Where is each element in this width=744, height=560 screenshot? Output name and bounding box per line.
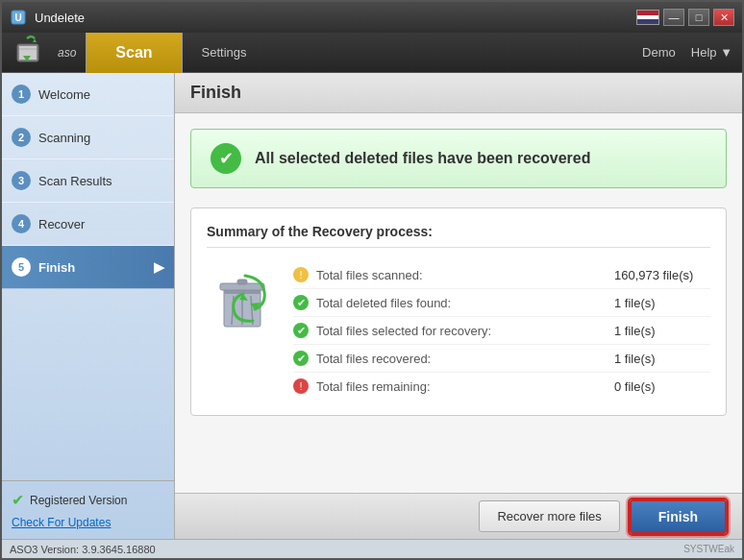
recover-more-button[interactable]: Recover more files <box>479 500 619 532</box>
registered-check-icon: ✔ <box>12 491 24 509</box>
summary-rows: ! Total files scanned: 160,973 file(s) ✔… <box>293 261 710 400</box>
summary-content: ! Total files scanned: 160,973 file(s) ✔… <box>207 261 710 400</box>
flag-icon <box>636 10 659 25</box>
success-banner: ✔ All selected deleted files have been r… <box>190 129 727 188</box>
row-label-0: Total files scanned: <box>316 268 607 282</box>
title-bar-left: U Undelete <box>10 9 85 26</box>
summary-row-3: ✔ Total files recovered: 1 file(s) <box>293 345 710 373</box>
sidebar-item-finish[interactable]: 5 Finish ▶ <box>2 246 174 289</box>
svg-rect-11 <box>237 280 247 284</box>
logo-text: aso <box>58 46 76 60</box>
summary-row-1: ✔ Total deleted files found: 1 file(s) <box>293 289 710 317</box>
maximize-button[interactable]: □ <box>688 9 709 26</box>
panel-header: Finish <box>175 73 742 113</box>
sidebar-item-scan-results[interactable]: 3 Scan Results <box>2 159 174 203</box>
sidebar-label-welcome: Welcome <box>38 87 90 102</box>
success-message: All selected deleted files have been rec… <box>255 150 591 167</box>
row-icon-success-2: ✔ <box>293 323 309 338</box>
registered-badge: ✔ Registered Version <box>12 491 164 509</box>
row-value-2: 1 file(s) <box>614 324 710 338</box>
title-bar-controls: — □ ✕ <box>636 9 734 26</box>
main-content: 1 Welcome 2 Scanning 3 Scan Results 4 Re… <box>2 73 742 539</box>
tab-settings[interactable]: Settings <box>183 33 266 73</box>
step-5-circle: 5 <box>12 257 31 277</box>
row-value-1: 1 file(s) <box>614 296 710 310</box>
sidebar-label-scan-results: Scan Results <box>38 174 112 188</box>
menu-bar: aso Scan Settings Demo Help ▼ <box>2 33 742 73</box>
recycle-bin-svg <box>216 271 274 333</box>
app-icon: U <box>10 9 27 26</box>
logo-svg <box>13 35 50 71</box>
row-label-4: Total files remaining: <box>316 379 607 394</box>
sidebar-item-recover[interactable]: 4 Recover <box>2 203 174 246</box>
summary-row-2: ✔ Total files selected for recovery: 1 f… <box>293 317 710 345</box>
row-value-4: 0 file(s) <box>614 379 710 394</box>
sidebar-label-scanning: Scanning <box>38 131 90 145</box>
svg-text:U: U <box>14 12 21 23</box>
sidebar-arrow-icon: ▶ <box>154 259 164 275</box>
summary-row-4: ! Total files remaining: 0 file(s) <box>293 373 710 400</box>
sidebar: 1 Welcome 2 Scanning 3 Scan Results 4 Re… <box>2 73 175 539</box>
step-3-circle: 3 <box>12 171 31 190</box>
right-panel: Finish ✔ All selected deleted files have… <box>175 73 742 539</box>
step-2-circle: 2 <box>12 128 31 147</box>
row-value-0: 160,973 file(s) <box>614 268 710 282</box>
recycle-bin-image <box>207 261 284 400</box>
sidebar-footer: ✔ Registered Version Check For Updates <box>2 480 174 539</box>
finish-button[interactable]: Finish <box>630 499 727 534</box>
app-logo <box>12 33 52 73</box>
check-updates-link[interactable]: Check For Updates <box>12 516 111 529</box>
row-icon-warning: ! <box>293 267 309 282</box>
help-menu-item[interactable]: Help ▼ <box>691 45 732 60</box>
panel-body: ✔ All selected deleted files have been r… <box>175 113 742 493</box>
sidebar-item-welcome[interactable]: 1 Welcome <box>2 73 174 116</box>
row-icon-success-1: ✔ <box>293 295 309 310</box>
sidebar-label-finish: Finish <box>38 260 75 275</box>
row-value-3: 1 file(s) <box>614 352 710 366</box>
minimize-button[interactable]: — <box>663 9 684 26</box>
panel-title: Finish <box>190 83 241 102</box>
sidebar-item-scanning[interactable]: 2 Scanning <box>2 116 174 159</box>
brand-text: SYSTWEak <box>683 544 734 554</box>
row-icon-error: ! <box>293 378 309 394</box>
row-label-1: Total deleted files found: <box>316 296 607 310</box>
status-bar: ASO3 Version: 3.9.3645.16880 SYSTWEak <box>2 539 742 558</box>
summary-row-0: ! Total files scanned: 160,973 file(s) <box>293 261 710 289</box>
version-text: ASO3 Version: 3.9.3645.16880 <box>10 544 156 555</box>
bottom-bar: Recover more files Finish <box>175 493 742 539</box>
window-title: Undelete <box>35 11 85 25</box>
success-check-icon: ✔ <box>211 143 241 174</box>
summary-title: Summary of the Recovery process: <box>207 224 710 248</box>
step-1-circle: 1 <box>12 85 31 104</box>
title-bar: U Undelete — □ ✕ <box>2 2 742 33</box>
app-window: U Undelete — □ ✕ aso <box>0 0 744 560</box>
close-button[interactable]: ✕ <box>713 9 734 26</box>
row-icon-success-3: ✔ <box>293 351 309 366</box>
row-label-2: Total files selected for recovery: <box>316 324 607 338</box>
row-label-3: Total files recovered: <box>316 352 607 366</box>
menu-right: Demo Help ▼ <box>642 45 732 60</box>
registered-label: Registered Version <box>30 494 127 507</box>
demo-menu-item[interactable]: Demo <box>642 45 676 60</box>
tab-scan[interactable]: Scan <box>86 33 182 73</box>
summary-box: Summary of the Recovery process: <box>190 207 727 416</box>
logo-area: aso <box>12 33 76 73</box>
sidebar-label-recover: Recover <box>38 217 85 231</box>
step-4-circle: 4 <box>12 214 31 233</box>
